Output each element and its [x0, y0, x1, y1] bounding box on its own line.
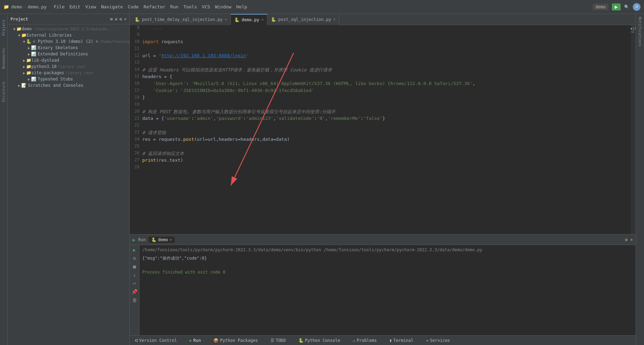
- notifications-tab[interactable]: Notifications: [638, 17, 642, 47]
- menu-refactor[interactable]: Refactor: [144, 4, 166, 9]
- sidebar-tree: ▼ 📁 demo ~/tools/pycharm-2022.3.3/data/d…: [8, 24, 129, 345]
- line-num-8: 8: [130, 25, 142, 32]
- menu-code[interactable]: Code: [128, 4, 139, 9]
- menu-file[interactable]: File: [54, 4, 65, 9]
- line-code-13: [142, 60, 631, 67]
- vert-tab-project[interactable]: Project: [1, 17, 7, 38]
- sidebar-icon-1[interactable]: ⊞: [110, 17, 113, 22]
- run-title: Run: [138, 237, 146, 242]
- run-header: ▶ Run 🐍 demo × ⚙ ×: [130, 235, 636, 245]
- editor-area: 🐍 post_time_delay_sql_injection.py × 🐍 d…: [130, 14, 636, 345]
- run-output-line: {"msg":"操作成功","code":0}: [142, 255, 633, 262]
- menu-edit[interactable]: Edit: [69, 4, 80, 9]
- menu-help[interactable]: Help: [236, 4, 247, 9]
- line-code-17: 'Cookie': 'JSESSIONID=8a3a309c-9bf1-4936…: [142, 88, 631, 95]
- run-stop-icon[interactable]: ■: [133, 264, 136, 269]
- menu-view[interactable]: View: [85, 4, 96, 9]
- tree-item-binary-skeletons[interactable]: ▶ 📊 Binary Skeletons: [8, 45, 129, 51]
- line-code-26: # 返回请求响应文本: [142, 151, 631, 158]
- code-line-9: 9: [130, 32, 631, 39]
- sidebar-icon-2[interactable]: ≡: [115, 17, 117, 22]
- tree-label-demo: demo: [22, 26, 32, 31]
- tree-item-site-packages[interactable]: ▶ 📁 site-packages library root: [8, 70, 129, 76]
- tree-path-2: /home/funsiooo/tools: [100, 39, 129, 44]
- tree-item-extended-defs[interactable]: ▶ 📊 Extended Definitions: [8, 51, 129, 57]
- line-num-26: 26: [130, 151, 142, 158]
- tab-demo[interactable]: 🐍 demo.py ×: [231, 14, 267, 25]
- tab-close-3[interactable]: ×: [333, 17, 336, 22]
- bottom-panel: ▶ Run 🐍 demo × ⚙ × ▶ ⚙ ■ ↓: [130, 234, 636, 335]
- project-icon: 📁: [3, 4, 9, 9]
- sidebar-close[interactable]: ×: [124, 17, 127, 22]
- run-close-icon[interactable]: ×: [630, 237, 633, 242]
- sidebar-icon-3[interactable]: ⚙: [120, 17, 122, 22]
- status-tab-run[interactable]: ▶ Run: [187, 337, 204, 344]
- file-name: demo.py: [28, 4, 47, 9]
- line-num-17: 17: [130, 88, 142, 95]
- tree-label-scratches: Scratches and Consoles: [28, 83, 83, 88]
- status-tab-python-packages[interactable]: 📦 Python Packages: [211, 337, 260, 344]
- status-tab-terminal[interactable]: ▮ Terminal: [387, 337, 416, 344]
- tree-suffix-site: library root: [66, 71, 93, 75]
- run-demo-icon: 🐍: [151, 237, 157, 242]
- tree-item-python310[interactable]: ▶ 📁 python3.10 library root: [8, 63, 129, 70]
- status-tab-vcs[interactable]: ⑆ Version Control: [132, 337, 180, 344]
- avatar-icon[interactable]: U: [633, 3, 641, 11]
- line-code-25: [142, 144, 631, 151]
- search-icon[interactable]: 🔍: [624, 5, 629, 9]
- folder-icon-site: 📁: [26, 70, 31, 75]
- services-label: Services: [430, 338, 450, 343]
- line-num-18: 18: [130, 95, 142, 102]
- tree-item-external-libs[interactable]: ▼ 📁 External Libraries: [8, 32, 129, 38]
- line-code-23: # 请求登陆: [142, 130, 631, 137]
- tab-close-1[interactable]: ×: [225, 17, 227, 22]
- tree-label-binary: Binary Skeletons: [38, 45, 78, 50]
- menu-vcs[interactable]: VCS: [202, 4, 210, 9]
- py-file-icon-3: 🐍: [271, 17, 276, 22]
- tree-item-demo[interactable]: ▼ 📁 demo ~/tools/pycharm-2022.3.3/data/d…: [8, 26, 129, 32]
- tree-item-typeshed[interactable]: ▶ 📊 Typeshed Stubs: [8, 76, 129, 82]
- run-blank-line: [142, 262, 633, 269]
- tree-label-extended: Extended Definitions: [38, 52, 88, 56]
- sidebar-header: Project ⊞ ≡ ⚙ ×: [8, 14, 129, 24]
- line-num-19: 19: [130, 102, 142, 109]
- tree-item-scratches[interactable]: ▶ 📝 Scratches and Consoles: [8, 82, 129, 89]
- run-wrap-icon[interactable]: ↩: [133, 281, 136, 286]
- status-tab-todo[interactable]: ☰ TODO: [268, 337, 289, 344]
- tab-post-time[interactable]: 🐍 post_time_delay_sql_injection.py ×: [131, 14, 231, 25]
- line-num-10: 10: [130, 39, 142, 46]
- status-tab-python-console[interactable]: 🐍 Python Console: [296, 337, 343, 344]
- menu-window[interactable]: Window: [215, 4, 232, 9]
- run-pin-icon[interactable]: 📌: [131, 289, 137, 294]
- line-code-19: [142, 102, 631, 109]
- run-settings-icon[interactable]: ⚙: [133, 255, 136, 261]
- run-trash-icon[interactable]: 🗑: [132, 297, 137, 303]
- tree-item-python[interactable]: ▼ 🐍 < Python 3.10 (demo) (2) > /home/fun…: [8, 38, 129, 45]
- tab-close-2[interactable]: ×: [261, 17, 264, 22]
- line-code-14: # 设置 Headers 可以模拟浏览器发送HTTP请求，避免被拦截，并携带 C…: [142, 67, 631, 74]
- menu-run[interactable]: Run: [170, 4, 178, 9]
- run-output-text: {"msg":"操作成功","code":0}: [142, 256, 207, 261]
- tab-label-1: post_time_delay_sql_injection.py: [142, 17, 222, 22]
- menu-navigate[interactable]: Navigate: [101, 4, 123, 9]
- status-tab-problems[interactable]: ⚠ Problems: [350, 337, 380, 344]
- tree-item-lib-dynload[interactable]: ▶ 📁 lib-dynload: [8, 57, 129, 63]
- tab-label-2: demo.py: [242, 17, 259, 22]
- vert-tab-structure[interactable]: Structure: [1, 79, 7, 105]
- code-editor[interactable]: 8 ... 9 10 import requests 11: [130, 25, 631, 234]
- line-num-22: 22: [130, 123, 142, 130]
- vert-tab-bookmarks[interactable]: Bookmarks: [1, 45, 7, 72]
- line-code-10: import requests: [142, 39, 631, 46]
- line-num-20: 20: [130, 109, 142, 116]
- python-icon: 🐍: [26, 39, 31, 44]
- run-gear-icon[interactable]: ⚙: [625, 237, 628, 242]
- run-button[interactable]: ▶: [612, 3, 621, 10]
- menu-tools[interactable]: Tools: [183, 4, 197, 9]
- tree-suffix-py310: library root: [58, 64, 85, 69]
- tab-post-sql[interactable]: 🐍 post_sql_injection.py ×: [267, 14, 339, 25]
- run-tab-close[interactable]: ×: [169, 237, 172, 242]
- run-play-icon[interactable]: ▶: [133, 247, 136, 253]
- sidebar-title: Project: [10, 17, 28, 22]
- status-tab-services[interactable]: ✦ Services: [423, 337, 453, 344]
- run-scroll-icon[interactable]: ↓: [133, 272, 136, 278]
